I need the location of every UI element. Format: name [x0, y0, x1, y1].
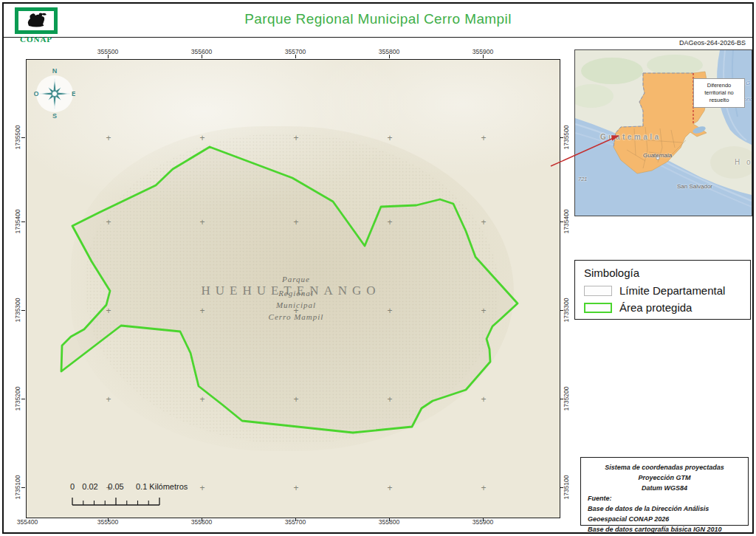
frame-tick	[389, 55, 390, 58]
legend: Simbología Límite Departamental Área pro…	[574, 260, 751, 320]
compass-s-label: S	[52, 112, 57, 119]
header-divider	[4, 37, 752, 38]
grid-cross-icon: +	[385, 484, 394, 492]
left-coordinate-label: 1735400	[14, 209, 21, 233]
park-name-line: Municipal	[215, 300, 377, 309]
compass-e-label: E	[72, 90, 75, 97]
inset-road-label: 721	[578, 176, 588, 182]
right-coordinate-label: 1735200	[563, 386, 570, 410]
inset-country-label: Guatemala	[600, 133, 662, 141]
grid-cross-icon: +	[385, 218, 394, 227]
note-line: Diferendo	[695, 82, 743, 89]
scale-tick-label: 0	[70, 482, 75, 491]
document-code: DAGeos-264-2026-BS	[679, 39, 746, 47]
scale-bar-ticks	[52, 495, 185, 507]
frame-tick	[560, 487, 563, 488]
grid-cross-icon: +	[479, 306, 488, 315]
frame-tick	[560, 221, 563, 222]
grid-cross-icon: +	[292, 218, 300, 227]
scale-tick-label: 0.05	[108, 482, 123, 491]
right-coordinate-label: 1735500	[563, 125, 570, 149]
page-title: Parque Regional Municipal Cerro Mampil	[0, 11, 756, 27]
grid-cross-icon: +	[292, 484, 300, 492]
grid-cross-icon: +	[198, 134, 207, 142]
left-coordinate-label: 1735500	[14, 125, 21, 149]
credits-box: Sistema de coordenadas proyectadas Proye…	[580, 457, 749, 526]
credits-line: Fuente:	[588, 494, 741, 504]
park-name-line: Cerro Mampil	[215, 312, 377, 321]
left-coordinate-label: 1735200	[14, 386, 21, 410]
left-coordinate-label: 1735300	[14, 298, 21, 322]
frame-tick	[560, 310, 563, 311]
map-sheet: Parque Regional Municipal Cerro Mampil D…	[0, 0, 756, 536]
protected-area-swatch	[584, 303, 612, 313]
compass-n-label: N	[52, 67, 58, 75]
park-name-line: Parque	[215, 275, 377, 284]
scale-tick-label: 0.02	[82, 482, 97, 491]
credits-line: Proyección GTM	[588, 473, 741, 484]
frame-tick	[21, 137, 25, 138]
scale-bar: 0 0.02 0.05 0.1 Kilómetros	[41, 479, 226, 513]
credits-line: Sistema de coordenadas proyectadas	[588, 463, 741, 473]
grid-cross-icon: +	[104, 218, 113, 227]
frame-tick	[21, 399, 25, 399]
quetzal-monkey-icon	[18, 11, 52, 29]
scale-end-label: 0.1 Kilómetros	[136, 482, 188, 491]
frame-tick	[108, 55, 109, 58]
conap-logo: CONAP	[15, 7, 61, 43]
frame-tick	[21, 221, 25, 222]
note-line: resuelto	[695, 97, 743, 104]
grid-cross-icon: +	[479, 484, 488, 492]
grid-cross-icon: +	[198, 306, 207, 315]
grid-cross-icon: +	[385, 134, 394, 142]
inset-city-label: Guatemala	[643, 152, 672, 159]
left-coordinate-label: 1735100	[14, 475, 21, 499]
grid-cross-icon: +	[385, 306, 394, 315]
conap-logo-text: CONAP	[15, 35, 58, 44]
frame-tick	[108, 518, 109, 521]
credits-line: Datum WGS84	[588, 484, 741, 494]
frame-tick	[295, 518, 296, 521]
park-name-line: Regional	[215, 289, 377, 298]
inset-locator-map: Guatemala Guatemala San Salvador H o 721…	[574, 49, 752, 216]
legend-item-label: Área protegida	[619, 301, 692, 314]
grid-cross-icon: +	[479, 395, 488, 404]
right-coordinate-label: 1735100	[563, 475, 570, 499]
compass-rose: N E S O	[34, 66, 75, 119]
right-coordinate-label: 1735400	[563, 209, 570, 233]
legend-item-protected-area: Área protegida	[584, 301, 741, 314]
conap-logo-icon	[15, 7, 58, 34]
legend-item-departmental: Límite Departamental	[584, 284, 741, 297]
frame-tick	[560, 399, 563, 399]
frame-tick	[483, 518, 484, 521]
frame-tick	[389, 518, 390, 521]
grid-cross-icon: +	[104, 395, 113, 404]
grid-cross-icon: +	[385, 395, 394, 404]
inset-san-salvador-label: San Salvador	[677, 183, 712, 190]
territorial-note: Diferendo territorial no resuelto	[693, 78, 745, 108]
frame-tick	[295, 55, 296, 58]
note-line: territorial no	[695, 89, 743, 97]
bottom-coordinate-label: 355400	[17, 518, 38, 526]
legend-title: Simbología	[584, 267, 741, 279]
right-coordinate-label: 1735300	[563, 298, 570, 322]
grid-cross-icon: +	[198, 218, 207, 227]
grid-cross-icon: +	[104, 134, 113, 142]
frame-tick	[483, 55, 484, 58]
inset-honduras-label: H o	[735, 158, 752, 166]
main-map: +++++++++++++++++++++++++ HUEHUETENANGO …	[26, 59, 560, 518]
frame-tick	[560, 137, 563, 138]
grid-cross-icon: +	[198, 395, 207, 404]
frame-tick	[202, 518, 202, 521]
grid-cross-icon: +	[292, 395, 300, 404]
inset-water-label: G	[746, 80, 750, 86]
frame-tick	[21, 310, 25, 311]
credits-line: Base de datos cartografía básica IGN 201…	[588, 525, 741, 535]
legend-item-label: Límite Departamental	[619, 284, 725, 297]
grid-cross-icon: +	[292, 134, 300, 142]
frame-tick	[202, 55, 202, 58]
grid-cross-icon: +	[479, 218, 488, 227]
frame-tick	[21, 487, 25, 488]
departmental-boundary-swatch	[584, 286, 612, 296]
credits-line: Base de datos de la Dirección Análisis G…	[588, 504, 741, 525]
